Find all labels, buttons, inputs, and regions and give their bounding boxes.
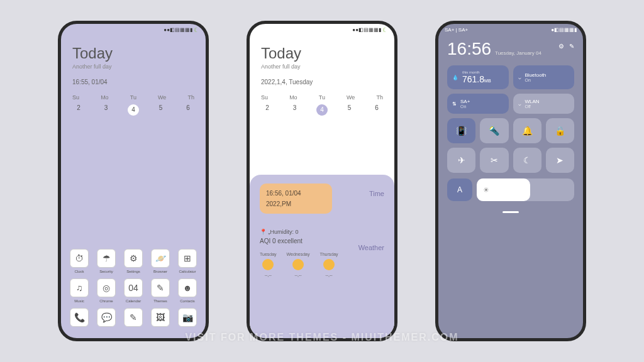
app-icon: ☻ — [178, 278, 197, 297]
status-bar: ●●◧▤▦▦▮☾ — [250, 24, 394, 35]
bell-icon: 🔔 — [522, 126, 533, 136]
moon-icon: ☾ — [382, 26, 388, 33]
app-icon: ♫ — [70, 278, 89, 297]
phone-control-center: SA+ | SA+ ●◧▤▦▦▮ 16:56 Tuesday, January … — [435, 21, 586, 341]
app-clock[interactable]: ⏱Clock — [70, 249, 89, 273]
app-settings[interactable]: ⚙Settings — [124, 249, 143, 273]
today-date[interactable]: 4 — [316, 104, 328, 116]
wlan-tile[interactable]: ⌵ WLAN Off — [513, 94, 575, 114]
time-card[interactable]: 16:56, 01/04 2022,PM — [260, 184, 332, 214]
scissors-icon: ✂ — [491, 155, 498, 165]
app-icon: ✎ — [124, 308, 143, 327]
status-bar: ●●◧▤▦▦▮☾ — [61, 24, 206, 35]
forecast-day: Thursday--,-- — [319, 252, 338, 277]
bluetooth-icon: ⌵ — [518, 75, 521, 80]
vibrate-icon: 📳 — [456, 126, 467, 136]
app-calendar[interactable]: 04Calendar — [124, 278, 143, 303]
brightness-slider[interactable]: ☀ — [477, 178, 574, 201]
app-icon: ☂ — [97, 249, 116, 268]
weather-label[interactable]: Weather — [358, 244, 384, 251]
today-date[interactable]: 4 — [128, 104, 139, 116]
date-row[interactable]: 2 3 4 5 6 — [72, 104, 194, 116]
location-icon: ➤ — [556, 155, 564, 165]
lock-tile[interactable]: 🔒 — [546, 118, 574, 143]
cc-time: 16:56 — [447, 39, 491, 59]
time-date: 16:55, 01/04 — [72, 79, 194, 85]
widget-title: Today — [261, 45, 383, 62]
app-calculator[interactable]: ⊞Calculator — [178, 249, 197, 273]
app-icon: 📞 — [70, 308, 89, 327]
app-icon: ◎ — [97, 278, 116, 297]
widget-title: Today — [72, 45, 194, 62]
airplane-icon: ✈ — [458, 155, 465, 165]
widget-subtitle: Another full day — [261, 63, 383, 70]
app-icon: 💬 — [97, 308, 116, 327]
full-date: 2022,1,4, Tuesday — [261, 79, 383, 85]
bluetooth-tile[interactable]: ⌵ Bluetooth On — [513, 65, 575, 89]
weekday-row: Su Mo Tu We Th — [261, 94, 383, 101]
app-music[interactable]: ♫Music — [70, 278, 89, 303]
app-chrome[interactable]: ◎Chrome — [97, 278, 116, 303]
drag-handle[interactable] — [502, 211, 519, 213]
status-icons: ●●◧▤▦▦▮☾ — [164, 26, 199, 33]
lock-icon: 🔒 — [555, 126, 565, 136]
date-row[interactable]: 2 3 4 5 6 — [261, 104, 383, 116]
app-browser[interactable]: 🪐Browser — [151, 249, 170, 273]
app-icon: 🪐 — [151, 249, 170, 268]
flashlight-icon: 🔦 — [489, 126, 499, 136]
app-dock[interactable]: ✎ — [124, 308, 143, 327]
status-icons: ●◧▤▦▦▮ — [551, 27, 577, 33]
app-icon: 04 — [124, 278, 143, 297]
settings-icon[interactable]: ⚙ — [558, 43, 564, 50]
edit-icon[interactable]: ✎ — [569, 43, 574, 50]
sun-icon: ☀ — [483, 186, 489, 194]
app-icon: ⊞ — [178, 249, 197, 268]
phone-today-widget: ●●◧▤▦▦▮☾ Today Another full day 2022,1,4… — [247, 21, 397, 341]
flashlight-tile[interactable]: 🔦 — [480, 118, 508, 143]
cc-date: Tuesday, January 04 — [495, 50, 541, 56]
app-icon: 🖼 — [151, 308, 170, 327]
app-dock[interactable]: 🖼 — [151, 308, 170, 327]
app-dock[interactable]: 📷 — [178, 308, 197, 327]
data-usage-tile[interactable]: 💧 this month 761.8MB — [447, 65, 509, 89]
location-tile[interactable]: ➤ — [546, 148, 574, 173]
weather-card[interactable]: 📍 „Humidity: 0 AQI 0 excellent Tuesday--… — [260, 229, 384, 277]
status-icons: ●●◧▤▦▦▮☾ — [352, 26, 388, 33]
water-icon: 💧 — [452, 75, 458, 80]
app-dock[interactable]: 💬 — [97, 308, 116, 327]
dnd-tile[interactable]: ☾ — [513, 148, 541, 173]
watermark: VISIT FOR MORE THEMES - MIUITHEMER.COM — [185, 332, 458, 343]
forecast-day: Wednesday--,-- — [287, 252, 310, 277]
status-bar: SA+ | SA+ ●◧▤▦▦▮ — [438, 24, 583, 35]
carrier: SA+ | SA+ — [445, 27, 468, 33]
moon-icon: ☾ — [523, 155, 531, 165]
weekday-row: Su Mo Tu We Th — [72, 94, 194, 101]
app-icon: ✎ — [151, 278, 170, 297]
app-icon: ⚙ — [124, 249, 143, 268]
phone-homescreen: ●●◧▤▦▦▮☾ Today Another full day 16:55, 0… — [58, 21, 209, 341]
airplane-tile[interactable]: ✈ — [447, 148, 475, 173]
widget-subtitle: Another full day — [72, 63, 194, 70]
app-icon: 📷 — [178, 308, 197, 327]
app-security[interactable]: ☂Security — [97, 249, 116, 273]
app-icon: ⏱ — [70, 249, 89, 268]
app-dock[interactable]: 📞 — [70, 308, 89, 327]
data-arrows-icon: ⇅ — [452, 101, 457, 107]
mobile-data-tile[interactable]: ⇅ SA+ On — [447, 94, 509, 114]
app-themes[interactable]: ✎Themes — [151, 278, 170, 303]
time-label[interactable]: Time — [369, 190, 384, 197]
moon-icon: ☾ — [194, 26, 199, 33]
auto-brightness-tile[interactable]: A — [447, 178, 472, 201]
screenshot-tile[interactable]: ✂ — [480, 148, 508, 173]
app-dock: ⏱Clock☂Security⚙Settings🪐Browser⊞Calcula… — [61, 243, 206, 338]
wifi-icon: ⌵ — [518, 101, 521, 107]
alarm-tile[interactable]: 🔔 — [513, 118, 541, 143]
app-contacts[interactable]: ☻Contacts — [178, 278, 197, 303]
vibrate-tile[interactable]: 📳 — [447, 118, 475, 143]
forecast-day: Tuesday--,-- — [260, 252, 277, 277]
